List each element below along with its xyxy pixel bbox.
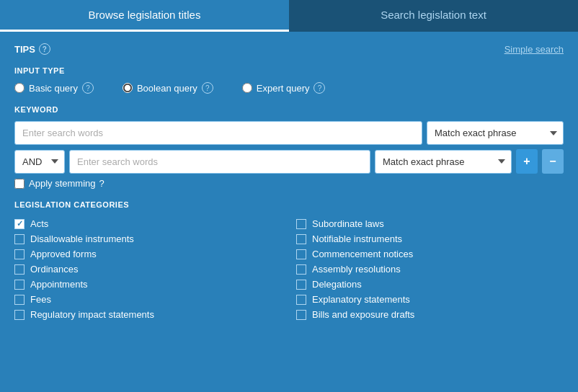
category-acts-label: Acts — [30, 218, 48, 229]
basic-help-icon[interactable]: ? — [82, 82, 94, 94]
category-appointments-label: Appointments — [30, 279, 88, 290]
categories-left-col: Acts Disallowable instruments Approved f… — [14, 216, 282, 322]
keyword-label: KEYWORD — [14, 105, 564, 114]
category-subordinate-label: Subordinate laws — [312, 218, 384, 229]
radio-basic-input[interactable] — [14, 83, 25, 93]
category-fees-label: Fees — [30, 294, 51, 305]
checkbox-subordinate[interactable] — [296, 219, 306, 229]
tab-search[interactable]: Search legislation text — [289, 0, 578, 32]
keyword-section: KEYWORD Match exact phrase Contains any … — [14, 105, 564, 189]
category-assembly[interactable]: Assembly resolutions — [296, 262, 564, 277]
tabs-container: Browse legislation titles Search legisla… — [0, 0, 578, 32]
checkbox-disallowable[interactable] — [14, 234, 25, 244]
radio-basic-label: Basic query — [29, 83, 78, 94]
match-select-2[interactable]: Match exact phrase Contains any word Con… — [375, 150, 512, 174]
category-assembly-label: Assembly resolutions — [312, 264, 401, 275]
expert-help-icon[interactable]: ? — [314, 82, 325, 94]
checkbox-delegations[interactable] — [296, 280, 306, 290]
add-row-button[interactable]: + — [516, 149, 538, 174]
category-acts[interactable]: Acts — [14, 216, 282, 231]
category-regulatory-label: Regulatory impact statements — [30, 309, 154, 320]
keyword-input-2[interactable] — [69, 150, 370, 174]
category-commencement-label: Commencement notices — [312, 249, 413, 259]
category-fees[interactable]: Fees — [14, 292, 282, 307]
checkbox-bills[interactable] — [296, 310, 306, 320]
category-disallowable-label: Disallowable instruments — [30, 233, 134, 244]
tips-row: TIPS ? Simple search — [14, 43, 564, 55]
keyword-row-2: AND OR NOT Match exact phrase Contains a… — [14, 149, 564, 174]
category-ordinances[interactable]: Ordinances — [14, 262, 282, 277]
simple-search-link[interactable]: Simple search — [504, 44, 564, 55]
category-subordinate[interactable]: Subordinate laws — [296, 216, 564, 231]
checkbox-commencement[interactable] — [296, 249, 306, 259]
radio-boolean-label: Boolean query — [137, 83, 197, 94]
category-ordinances-label: Ordinances — [30, 264, 78, 275]
keyword-row-1: Match exact phrase Contains any word Con… — [14, 121, 564, 145]
radio-boolean[interactable]: Boolean query ? — [123, 82, 213, 94]
checkbox-explanatory[interactable] — [296, 295, 306, 305]
radio-expert-input[interactable] — [242, 83, 252, 93]
apply-stemming-checkbox[interactable] — [14, 179, 25, 189]
legislation-categories: LEGISLATION CATEGORIES Acts Disallowable… — [14, 200, 564, 322]
radio-expert-label: Expert query — [257, 83, 310, 94]
categories-label: LEGISLATION CATEGORIES — [14, 200, 564, 209]
checkbox-notifiable[interactable] — [296, 234, 306, 244]
category-commencement[interactable]: Commencement notices — [296, 246, 564, 262]
radio-expert[interactable]: Expert query ? — [242, 82, 326, 94]
checkbox-fees[interactable] — [14, 295, 25, 305]
category-delegations[interactable]: Delegations — [296, 277, 564, 292]
category-explanatory[interactable]: Explanatory statements — [296, 292, 564, 307]
input-type-section: INPUT TYPE Basic query ? Boolean query ?… — [14, 66, 564, 94]
radio-boolean-input[interactable] — [123, 83, 133, 93]
checkbox-approved-forms[interactable] — [14, 249, 25, 259]
category-explanatory-label: Explanatory statements — [312, 294, 410, 305]
keyword-input-1[interactable] — [14, 121, 422, 145]
main-content: TIPS ? Simple search INPUT TYPE Basic qu… — [0, 32, 578, 392]
tips-text: TIPS — [14, 44, 35, 55]
categories-grid: Acts Disallowable instruments Approved f… — [14, 216, 564, 322]
tips-help-icon[interactable]: ? — [39, 43, 50, 55]
input-type-label: INPUT TYPE — [14, 66, 564, 75]
apply-stemming-row: Apply stemming ? — [14, 178, 564, 189]
and-select[interactable]: AND OR NOT — [14, 150, 65, 174]
checkbox-ordinances[interactable] — [14, 264, 25, 275]
tips-label: TIPS ? — [14, 43, 50, 55]
radio-group: Basic query ? Boolean query ? Expert que… — [14, 82, 564, 94]
stemming-help-icon[interactable]: ? — [99, 178, 104, 189]
categories-right-col: Subordinate laws Notifiable instruments … — [296, 216, 564, 322]
category-appointments[interactable]: Appointments — [14, 277, 282, 292]
category-notifiable[interactable]: Notifiable instruments — [296, 231, 564, 246]
tab-browse[interactable]: Browse legislation titles — [0, 0, 289, 32]
checkbox-regulatory[interactable] — [14, 310, 25, 320]
category-notifiable-label: Notifiable instruments — [312, 233, 402, 244]
radio-basic[interactable]: Basic query ? — [14, 82, 94, 94]
category-disallowable[interactable]: Disallowable instruments — [14, 231, 282, 246]
category-bills[interactable]: Bills and exposure drafts — [296, 307, 564, 322]
match-select-1[interactable]: Match exact phrase Contains any word Con… — [427, 121, 564, 145]
category-delegations-label: Delegations — [312, 279, 362, 290]
checkbox-appointments[interactable] — [14, 280, 25, 290]
checkbox-acts[interactable] — [14, 219, 25, 229]
checkbox-assembly[interactable] — [296, 264, 306, 275]
remove-row-button[interactable]: − — [542, 149, 564, 174]
boolean-help-icon[interactable]: ? — [202, 82, 213, 94]
category-bills-label: Bills and exposure drafts — [312, 309, 414, 320]
category-approved-forms[interactable]: Approved forms — [14, 246, 282, 262]
apply-stemming-label[interactable]: Apply stemming ? — [29, 178, 105, 189]
category-regulatory[interactable]: Regulatory impact statements — [14, 307, 282, 322]
category-approved-forms-label: Approved forms — [30, 249, 97, 259]
